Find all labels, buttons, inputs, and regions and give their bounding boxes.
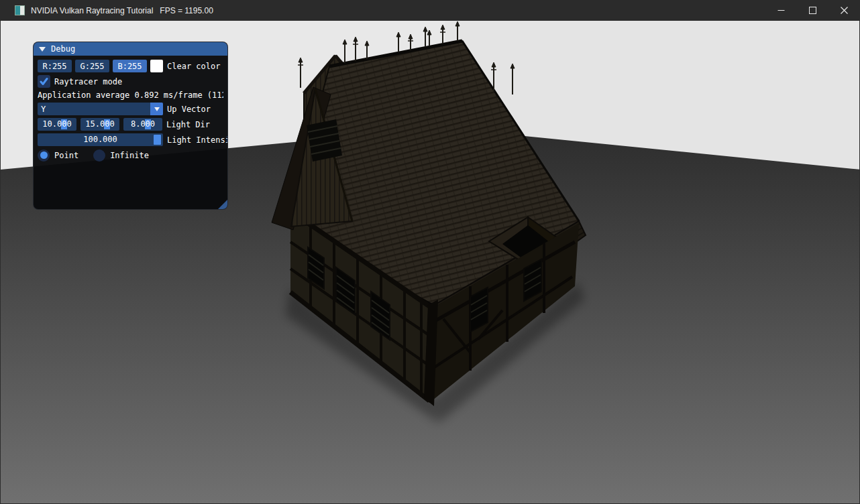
debug-panel[interactable]: Debug R:255 G:255 B:255 Clear color Rayt… bbox=[33, 42, 228, 210]
blue-value-label: B:255 bbox=[117, 62, 142, 71]
light-dir-y-field[interactable]: 15.000 bbox=[80, 118, 119, 131]
debug-panel-body: R:255 G:255 B:255 Clear color Raytracer … bbox=[34, 56, 227, 168]
up-vector-row: Y Up Vector bbox=[38, 103, 223, 115]
window-title: NVIDIA Vulkan Raytracing Tutorial FPS = … bbox=[31, 6, 213, 15]
light-dir-x-field[interactable]: 10.000 bbox=[38, 118, 76, 131]
stats-row: Application average 0.892 ms/frame (1120 bbox=[38, 90, 223, 100]
minimize-button[interactable] bbox=[765, 0, 797, 21]
blue-value-button[interactable]: B:255 bbox=[113, 60, 147, 72]
point-light-label: Point bbox=[54, 151, 78, 160]
debug-panel-title: Debug bbox=[51, 44, 75, 54]
frame-stats-text: Application average 0.892 ms/frame (1120 bbox=[38, 90, 223, 100]
light-dir-z-field[interactable]: 8.000 bbox=[123, 118, 162, 131]
light-dir-row: 10.000 15.000 8.000 Light Dir bbox=[38, 118, 223, 131]
clear-color-label: Clear color bbox=[167, 62, 220, 71]
maximize-icon bbox=[809, 7, 816, 14]
window-controls bbox=[765, 0, 860, 21]
raytracer-mode-label: Raytracer mode bbox=[54, 77, 122, 86]
light-dir-z-value: 8.000 bbox=[131, 119, 155, 129]
raytracer-mode-checkbox[interactable] bbox=[38, 75, 50, 88]
app-icon bbox=[15, 5, 25, 15]
app-window: NVIDIA Vulkan Raytracing Tutorial FPS = … bbox=[0, 0, 860, 504]
maximize-button[interactable] bbox=[797, 0, 828, 21]
checkmark-icon bbox=[40, 77, 48, 86]
light-intensity-value: 100.000 bbox=[83, 135, 117, 144]
slider-grab[interactable] bbox=[154, 135, 161, 145]
red-value-label: R:255 bbox=[42, 62, 66, 71]
resize-grip[interactable] bbox=[218, 200, 227, 209]
up-vector-combo[interactable]: Y bbox=[38, 103, 163, 115]
light-intensity-slider[interactable]: 100.000 bbox=[38, 133, 163, 146]
green-value-button[interactable]: G:255 bbox=[75, 60, 109, 72]
combo-arrow-button[interactable] bbox=[150, 103, 163, 115]
point-light-radio[interactable] bbox=[38, 149, 50, 162]
light-dir-x-value: 10.000 bbox=[42, 119, 71, 129]
red-value-button[interactable]: R:255 bbox=[38, 60, 72, 72]
up-vector-value: Y bbox=[41, 105, 46, 114]
collapse-arrow-icon[interactable] bbox=[39, 47, 46, 52]
light-type-row: Point Infinite bbox=[38, 149, 223, 162]
infinite-light-label: Infinite bbox=[110, 151, 149, 160]
light-intensity-row: 100.000 Light Intensity bbox=[38, 133, 223, 146]
debug-panel-titlebar[interactable]: Debug bbox=[34, 42, 227, 56]
chevron-down-icon bbox=[154, 107, 160, 111]
clear-color-row: R:255 G:255 B:255 Clear color bbox=[38, 60, 223, 72]
titlebar[interactable]: NVIDIA Vulkan Raytracing Tutorial FPS = … bbox=[0, 0, 860, 21]
infinite-light-radio[interactable] bbox=[93, 149, 105, 162]
light-dir-y-value: 15.000 bbox=[85, 119, 114, 129]
light-intensity-label: Light Intensity bbox=[167, 135, 228, 145]
close-icon bbox=[841, 7, 848, 14]
green-value-label: G:255 bbox=[80, 62, 104, 71]
light-dir-label: Light Dir bbox=[166, 120, 210, 129]
clear-color-swatch[interactable] bbox=[150, 60, 163, 72]
raytracer-mode-row: Raytracer mode bbox=[38, 75, 223, 88]
minimize-icon bbox=[777, 7, 785, 14]
up-vector-label: Up Vector bbox=[167, 105, 211, 114]
close-button[interactable] bbox=[828, 0, 860, 21]
